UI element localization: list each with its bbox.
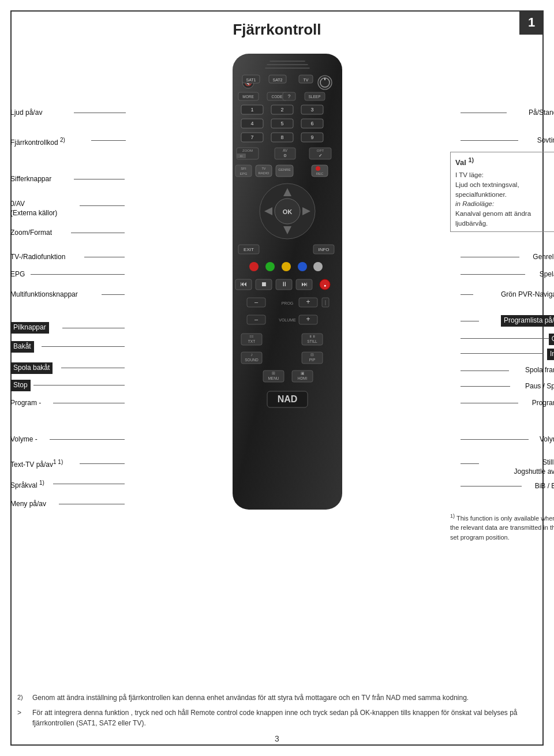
- svg-text:GENRE: GENRE: [278, 168, 290, 171]
- line-epg: [31, 274, 125, 275]
- svg-text:⏹: ⏹: [261, 280, 267, 287]
- line-spola-b: [61, 368, 125, 368]
- line-zoom: [71, 233, 125, 233]
- label-volyme-minus: Volyme -: [10, 435, 38, 444]
- label-multifunktion: Multifunktionsknappar: [10, 290, 78, 300]
- svg-text:RADIO: RADIO: [258, 171, 269, 175]
- svg-text:5: 5: [280, 121, 283, 126]
- footnote-box-right: 1) This function is only available when …: [450, 512, 554, 542]
- label-ljud-paav: Ljud på/av: [10, 108, 42, 118]
- svg-text:2: 2: [280, 107, 283, 113]
- line-vol-p: [461, 439, 529, 440]
- line-prog-p: [461, 403, 518, 403]
- page-border-top: [10, 10, 544, 12]
- svg-text:INFO: INFO: [318, 247, 329, 252]
- line-fjarr: [91, 140, 126, 141]
- footnote-2: 2) Genom att ändra inställning på fjärrk…: [17, 693, 537, 703]
- svg-text:SOUND: SOUND: [245, 358, 259, 362]
- svg-text:SAT2: SAT2: [273, 78, 283, 82]
- page-number-box: 1: [519, 10, 544, 35]
- label-epg: EPG: [10, 270, 25, 279]
- svg-text:1: 1: [250, 107, 253, 113]
- svg-text:9: 9: [310, 134, 313, 140]
- line-0av: [80, 205, 125, 206]
- svg-text:0: 0: [284, 153, 287, 158]
- line-gron: [461, 294, 473, 295]
- svg-text:✓: ✓: [319, 153, 323, 158]
- svg-text:⏸⏸: ⏸⏸: [309, 335, 316, 338]
- svg-text:PIP: PIP: [309, 358, 315, 362]
- svg-text:SAT1: SAT1: [246, 78, 256, 82]
- svg-text:|: |: [325, 300, 326, 305]
- label-zoom: Zoom/Format: [10, 229, 52, 238]
- svg-text:HDMI: HDMI: [298, 376, 308, 380]
- page-title: Fjärrkontroll: [233, 21, 321, 39]
- label-stillbild: StillbildJogshuttle av/på: [514, 458, 554, 476]
- line-pa: [461, 113, 507, 113]
- footnote-arrow-text: För att integrera denna funktion , tryck…: [32, 708, 537, 728]
- svg-text:3: 3: [310, 107, 313, 113]
- label-gron-pvr: Grön PVR-Navigator: [501, 290, 554, 300]
- svg-text:⏭: ⏭: [301, 280, 308, 287]
- line-prog-m: [53, 403, 125, 403]
- svg-point-76: [298, 262, 307, 271]
- line-meny: [59, 504, 125, 504]
- svg-text:▣: ▣: [301, 371, 305, 375]
- svg-text:MORE: MORE: [242, 95, 254, 99]
- svg-text:⏮: ⏮: [240, 280, 247, 288]
- label-paus-spela: Paus / Spela: [525, 382, 554, 391]
- label-info: Info: [547, 349, 554, 360]
- line-text-tv: [80, 463, 125, 464]
- val-line-3: specialfunktioner.: [455, 191, 507, 198]
- svg-text:⊟: ⊟: [310, 353, 314, 357]
- label-meny: Meny på/av: [10, 500, 46, 509]
- label-spela-in: Spela in: [540, 270, 554, 279]
- svg-point-60: [316, 166, 320, 171]
- svg-point-73: [249, 262, 259, 271]
- line-pilk: [62, 328, 125, 328]
- line-ljud: [74, 113, 126, 113]
- svg-text:REC: REC: [316, 172, 324, 175]
- val-line-2: Ljud och textningsval,: [455, 181, 519, 188]
- page-border-bottom: [10, 744, 544, 746]
- svg-text:□: □: [240, 154, 242, 158]
- line-info: [461, 353, 544, 354]
- label-programlista: Programlista på/av: [501, 315, 554, 327]
- svg-text:+: +: [306, 315, 310, 323]
- svg-text:TV: TV: [304, 78, 309, 82]
- svg-text:STILL: STILL: [307, 339, 317, 343]
- svg-text:7: 7: [250, 134, 253, 140]
- svg-text:6: 6: [310, 121, 313, 126]
- label-pa-standby: På/Standby: [529, 108, 554, 118]
- line-spola-f: [461, 370, 509, 371]
- svg-text:–: –: [254, 298, 259, 305]
- line-multi: [102, 294, 125, 295]
- label-bakat: Bakåt: [10, 341, 34, 353]
- svg-text:VOLUME: VOLUME: [279, 318, 296, 322]
- line-tv: [84, 257, 125, 257]
- page-number-text: 1: [528, 15, 535, 30]
- footnote-2-text: Genom att ändra inställning på fjärrkont…: [32, 693, 469, 703]
- label-0av: 0/AV(Externa källor): [10, 200, 57, 218]
- label-fjarrkontr: Fjärrkontrollkod 2): [10, 136, 65, 148]
- line-progl: [461, 321, 479, 321]
- svg-point-75: [282, 262, 291, 271]
- label-spola-framat: Spola framåt: [525, 366, 554, 375]
- line-siff: [74, 179, 125, 179]
- svg-text:+: +: [306, 298, 310, 306]
- label-genrelista: Genrelista: [533, 253, 554, 262]
- svg-text:≡≡: ≡≡: [249, 335, 254, 338]
- bottom-page-number: 3: [275, 734, 279, 743]
- label-sovtimer: Sovtimer: [537, 136, 554, 145]
- label-program-minus: Program -: [10, 399, 41, 408]
- line-vol-m: [50, 439, 125, 440]
- svg-text:●: ●: [324, 283, 326, 287]
- footnote-arrow-marker: >: [17, 708, 27, 728]
- svg-text:MENU: MENU: [268, 376, 279, 380]
- val-box: Val 1) I TV läge: Ljud och textningsval,…: [450, 152, 554, 232]
- svg-point-77: [313, 262, 323, 271]
- svg-text:SLEEP: SLEEP: [309, 95, 321, 99]
- line-sov: [461, 140, 518, 141]
- line-bak: [42, 346, 125, 347]
- footnote-arrow: > För att integrera denna funktion , try…: [17, 708, 537, 728]
